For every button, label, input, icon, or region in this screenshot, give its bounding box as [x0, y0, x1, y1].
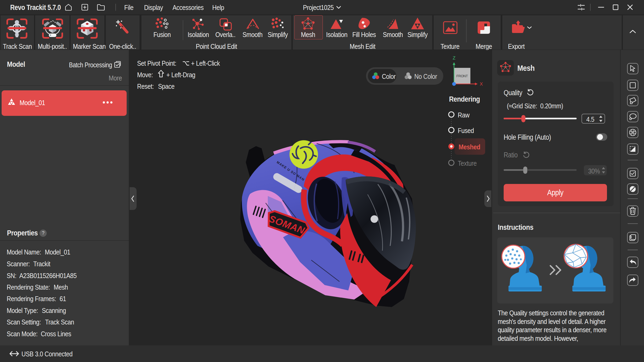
svg-text:FRONT: FRONT	[456, 74, 468, 78]
svg-text:X: X	[480, 82, 483, 87]
svg-text:Z: Z	[453, 56, 455, 61]
